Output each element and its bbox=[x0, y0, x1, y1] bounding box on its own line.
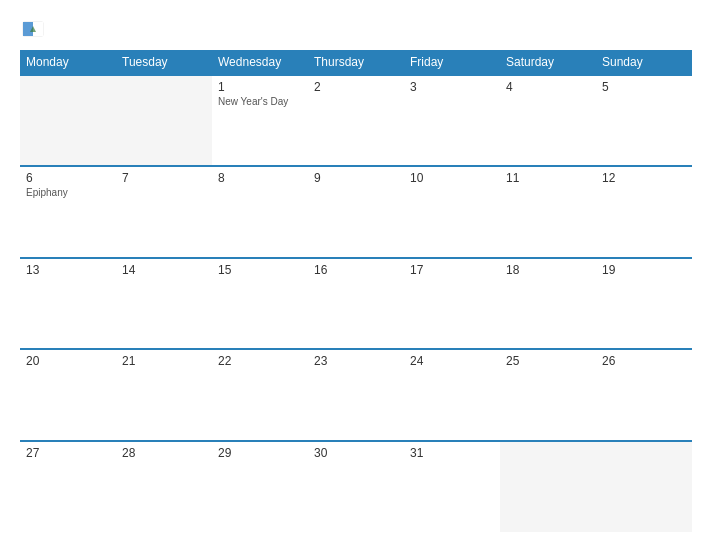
calendar-cell: 19 bbox=[596, 258, 692, 349]
day-number: 11 bbox=[506, 171, 590, 185]
logo bbox=[20, 18, 110, 40]
day-number: 6 bbox=[26, 171, 110, 185]
weekday-tuesday: Tuesday bbox=[116, 50, 212, 75]
day-number: 16 bbox=[314, 263, 398, 277]
day-number: 19 bbox=[602, 263, 686, 277]
weekday-monday: Monday bbox=[20, 50, 116, 75]
calendar-cell: 26 bbox=[596, 349, 692, 440]
calendar-cell: 1New Year's Day bbox=[212, 75, 308, 166]
weekday-friday: Friday bbox=[404, 50, 500, 75]
day-number: 18 bbox=[506, 263, 590, 277]
holiday-name: New Year's Day bbox=[218, 96, 302, 107]
day-number: 29 bbox=[218, 446, 302, 460]
weekday-saturday: Saturday bbox=[500, 50, 596, 75]
day-number: 21 bbox=[122, 354, 206, 368]
calendar-cell: 25 bbox=[500, 349, 596, 440]
day-number: 10 bbox=[410, 171, 494, 185]
day-number: 7 bbox=[122, 171, 206, 185]
day-number: 13 bbox=[26, 263, 110, 277]
calendar-cell bbox=[596, 441, 692, 532]
calendar-cell: 2 bbox=[308, 75, 404, 166]
calendar-cell: 22 bbox=[212, 349, 308, 440]
calendar-body: 1New Year's Day23456Epiphany789101112131… bbox=[20, 75, 692, 532]
day-number: 26 bbox=[602, 354, 686, 368]
weekday-thursday: Thursday bbox=[308, 50, 404, 75]
calendar-cell: 24 bbox=[404, 349, 500, 440]
day-number: 2 bbox=[314, 80, 398, 94]
day-number: 17 bbox=[410, 263, 494, 277]
calendar-cell bbox=[20, 75, 116, 166]
calendar-cell: 12 bbox=[596, 166, 692, 257]
day-number: 9 bbox=[314, 171, 398, 185]
calendar-cell: 21 bbox=[116, 349, 212, 440]
calendar-cell: 7 bbox=[116, 166, 212, 257]
day-number: 15 bbox=[218, 263, 302, 277]
day-number: 4 bbox=[506, 80, 590, 94]
calendar-cell: 13 bbox=[20, 258, 116, 349]
calendar-cell: 18 bbox=[500, 258, 596, 349]
calendar-cell: 15 bbox=[212, 258, 308, 349]
calendar-cell: 4 bbox=[500, 75, 596, 166]
calendar-table: Monday Tuesday Wednesday Thursday Friday… bbox=[20, 50, 692, 532]
calendar-cell: 11 bbox=[500, 166, 596, 257]
day-number: 28 bbox=[122, 446, 206, 460]
day-number: 5 bbox=[602, 80, 686, 94]
calendar-cell: 16 bbox=[308, 258, 404, 349]
calendar-cell: 30 bbox=[308, 441, 404, 532]
weekday-wednesday: Wednesday bbox=[212, 50, 308, 75]
day-number: 3 bbox=[410, 80, 494, 94]
calendar-cell: 8 bbox=[212, 166, 308, 257]
day-number: 14 bbox=[122, 263, 206, 277]
day-number: 22 bbox=[218, 354, 302, 368]
calendar-cell: 5 bbox=[596, 75, 692, 166]
calendar-header-row: Monday Tuesday Wednesday Thursday Friday… bbox=[20, 50, 692, 75]
calendar-cell bbox=[116, 75, 212, 166]
day-number: 31 bbox=[410, 446, 494, 460]
calendar-cell: 20 bbox=[20, 349, 116, 440]
day-number: 23 bbox=[314, 354, 398, 368]
calendar-cell: 10 bbox=[404, 166, 500, 257]
calendar-header bbox=[20, 18, 692, 40]
day-number: 27 bbox=[26, 446, 110, 460]
weekday-sunday: Sunday bbox=[596, 50, 692, 75]
calendar-cell: 31 bbox=[404, 441, 500, 532]
calendar-cell: 14 bbox=[116, 258, 212, 349]
day-number: 1 bbox=[218, 80, 302, 94]
calendar-cell: 23 bbox=[308, 349, 404, 440]
logo-flag-icon bbox=[22, 18, 44, 40]
calendar-cell: 17 bbox=[404, 258, 500, 349]
calendar-cell bbox=[500, 441, 596, 532]
holiday-name: Epiphany bbox=[26, 187, 110, 198]
calendar-page: Monday Tuesday Wednesday Thursday Friday… bbox=[0, 0, 712, 550]
calendar-cell: 9 bbox=[308, 166, 404, 257]
day-number: 30 bbox=[314, 446, 398, 460]
calendar-cell: 29 bbox=[212, 441, 308, 532]
calendar-cell: 3 bbox=[404, 75, 500, 166]
day-number: 8 bbox=[218, 171, 302, 185]
day-number: 25 bbox=[506, 354, 590, 368]
calendar-cell: 27 bbox=[20, 441, 116, 532]
calendar-cell: 28 bbox=[116, 441, 212, 532]
calendar-cell: 6Epiphany bbox=[20, 166, 116, 257]
day-number: 24 bbox=[410, 354, 494, 368]
day-number: 12 bbox=[602, 171, 686, 185]
day-number: 20 bbox=[26, 354, 110, 368]
